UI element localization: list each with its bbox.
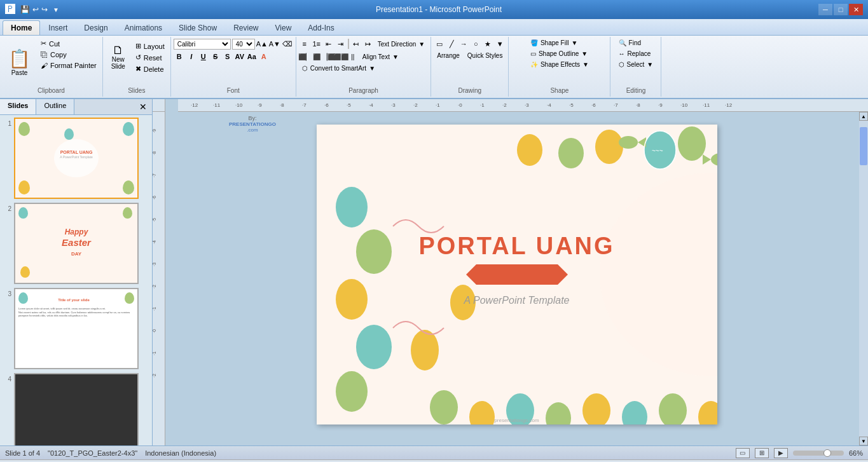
svg-point-58 [356, 325, 392, 369]
slide-sorter-button[interactable]: ⊞ [755, 448, 769, 458]
svg-text:·7: ·7 [153, 173, 156, 177]
shape-oval-button[interactable]: ○ [470, 38, 481, 50]
shape-fill-button[interactable]: 🪣 Shape Fill ▼ [527, 38, 581, 48]
bullets-button[interactable]: ≡ [299, 38, 310, 50]
tab-design[interactable]: Design [76, 20, 116, 35]
font-size-select[interactable]: 40 [232, 39, 255, 50]
save-button[interactable]: 💾 [20, 5, 30, 14]
tab-slides[interactable]: Slides [0, 99, 36, 114]
ltr-button[interactable]: ↦ [362, 38, 374, 50]
decrease-font-button[interactable]: A▼ [269, 38, 280, 50]
redo-button[interactable]: ↪ [41, 5, 48, 14]
shape-rect-button[interactable]: ▭ [434, 38, 445, 50]
font-color-button[interactable]: A [258, 51, 270, 62]
svg-text:·4: ·4 [369, 102, 373, 108]
font-name-select[interactable]: Calibri [174, 39, 231, 50]
svg-point-55 [336, 187, 368, 228]
replace-button[interactable]: ↔ Replace [616, 49, 654, 58]
normal-view-button[interactable]: ▭ [736, 448, 750, 458]
format-painter-button[interactable]: 🖌 Format Painter [38, 60, 100, 71]
slide-banner-ribbon [466, 264, 568, 286]
scroll-down-button[interactable]: ▼ [859, 437, 868, 445]
svg-point-40 [595, 130, 623, 164]
delete-button[interactable]: ✖ Delete [132, 64, 168, 74]
tab-review[interactable]: Review [225, 20, 266, 35]
align-left-button[interactable]: ⬛▏ [299, 51, 310, 62]
slide-item-4[interactable]: 4 Designed with ❤ by [3, 373, 149, 445]
find-icon: 🔍 [619, 39, 626, 46]
text-direction-button[interactable]: Text Direction▼ [375, 39, 428, 49]
select-button[interactable]: ⬡ Select ▼ [616, 60, 657, 69]
tab-outline[interactable]: Outline [36, 99, 74, 114]
slide-number-4: 4 [3, 376, 11, 383]
shape-line-button[interactable]: ╱ [446, 38, 457, 50]
tab-slideshow[interactable]: Slide Show [170, 20, 225, 35]
tab-view[interactable]: View [267, 20, 300, 35]
increase-font-button[interactable]: A▲ [256, 38, 268, 50]
slide-item-3[interactable]: 3 Title of your slide Lorem ipsum dolor … [3, 288, 149, 369]
main-slide[interactable]: ~~~ [317, 125, 717, 425]
paste-button[interactable]: 📋 Paste [3, 38, 36, 86]
svg-point-59 [336, 371, 368, 412]
status-left: Slide 1 of 4 "0120_T_PGO_Easter2-4x3" In… [5, 449, 216, 457]
svg-text:·6: ·6 [324, 102, 329, 108]
italic-button[interactable]: I [186, 51, 197, 62]
rtl-button[interactable]: ↤ [350, 38, 362, 50]
shape-effects-button[interactable]: ✨ Shape Effects ▼ [527, 60, 592, 69]
arrange-button[interactable]: Arrange [434, 51, 463, 60]
layout-icon: ⊞ [135, 42, 141, 50]
find-button[interactable]: 🔍 Find [616, 38, 644, 48]
shape-arrow-button[interactable]: → [458, 38, 469, 50]
slide-item-2[interactable]: 2 Happy Easter DAY [3, 203, 149, 284]
shape-outline-button[interactable]: ▭ Shape Outline ▼ [527, 49, 591, 58]
svg-text:·11: ·11 [213, 102, 221, 108]
justify-button[interactable]: ⬛⬛ [335, 51, 347, 62]
col-button[interactable]: || [347, 51, 359, 62]
shape-more-button[interactable]: ▼ [494, 38, 506, 50]
tab-insert[interactable]: Insert [40, 20, 76, 35]
shape-star-button[interactable]: ★ [482, 38, 493, 50]
underline-button[interactable]: U [198, 51, 209, 62]
align-text-button[interactable]: Align Text▼ [359, 52, 402, 62]
vertical-scrollbar[interactable]: ▲ ▼ [859, 112, 868, 445]
increase-indent-button[interactable]: ⇥ [335, 38, 347, 50]
scroll-thumb[interactable] [860, 127, 867, 165]
align-center-button[interactable]: ⬛ [311, 51, 322, 62]
minimize-button[interactable]: ─ [818, 4, 832, 15]
thumb-title-1: PORTAL UANGA PowerPoint Template [60, 150, 93, 159]
tab-animations[interactable]: Animations [116, 20, 170, 35]
slide-canvas[interactable]: By: PRESENTATIONGO .com ~~~ [165, 112, 868, 445]
tab-home[interactable]: Home [3, 20, 40, 35]
panel-close-button[interactable]: ✕ [134, 99, 152, 114]
numbering-button[interactable]: 1≡ [311, 38, 322, 50]
slide-list: 1 PORTAL UANGA PowerPoint Template [0, 115, 152, 445]
layout-button[interactable]: ⊞ Layout [132, 41, 168, 51]
decrease-indent-button[interactable]: ⇤ [323, 38, 334, 50]
slideshow-button[interactable]: ▶ [774, 448, 788, 458]
clipboard-small-buttons: ✂ Cut ⿻ Copy 🖌 Format Painter [38, 38, 100, 86]
editing-label: Editing [626, 86, 646, 95]
strikethrough-button[interactable]: S [210, 51, 221, 62]
copy-button[interactable]: ⿻ Copy [38, 50, 100, 60]
undo-button[interactable]: ↩ [32, 5, 39, 14]
bold-button[interactable]: B [174, 51, 185, 62]
change-case-button[interactable]: Aa [246, 51, 258, 62]
clear-format-button[interactable]: ⌫ [282, 38, 293, 50]
maximize-button[interactable]: □ [834, 4, 848, 15]
convert-smartart-button[interactable]: ⬡ Convert to SmartArt▼ [299, 64, 378, 73]
slide-thumb-3: Title of your slide Lorem ipsum dolor si… [14, 288, 139, 369]
quick-styles-button[interactable]: Quick Styles [464, 51, 506, 60]
status-right: ▭ ⊞ ▶ 66% [736, 448, 863, 458]
zoom-slider[interactable] [793, 451, 844, 456]
close-button[interactable]: ✕ [849, 4, 863, 15]
tab-addins[interactable]: Add-Ins [300, 20, 342, 35]
slide-title[interactable]: PORTAL UANG [418, 233, 614, 260]
scroll-up-button[interactable]: ▲ [859, 112, 868, 121]
reset-button[interactable]: ↺ Reset [132, 52, 168, 63]
cut-button[interactable]: ✂ Cut [38, 38, 100, 49]
char-spacing-button[interactable]: AV [234, 51, 245, 62]
new-slide-button[interactable]: 🗋 NewSlide [106, 38, 131, 76]
slide-subtitle[interactable]: A PowerPoint Template [464, 295, 569, 306]
slide-item-1[interactable]: 1 PORTAL UANGA PowerPoint Template [3, 118, 149, 199]
shadow-button[interactable]: S [222, 51, 233, 62]
